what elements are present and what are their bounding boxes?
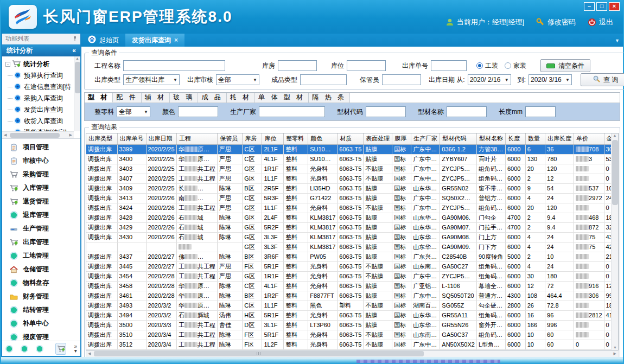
expander-icon[interactable]: - <box>5 62 10 67</box>
tab-close-icon[interactable]: × <box>174 36 178 44</box>
column-header-8[interactable]: 颜色 <box>308 133 338 144</box>
tree-root[interactable]: - 统计分析 <box>5 59 79 70</box>
table-row[interactable]: 调拨出库34452020/2/27工共工程严思F区5R1F整料光身料6063-T… <box>86 261 618 271</box>
column-header-17[interactable]: 出库长度 <box>545 133 574 144</box>
material-tab-2[interactable]: 辅 材 <box>142 93 170 103</box>
close-button[interactable]: × <box>609 2 620 11</box>
minimize-button[interactable]: – <box>584 2 595 11</box>
overflow-chevron-icon[interactable]: »▾ <box>74 344 77 353</box>
tab-home[interactable]: 起始页 <box>81 34 125 47</box>
radio-gongzhuang[interactable]: 工装 <box>476 61 498 71</box>
table-row[interactable]: G区3L3F整料KLM38176063-T5贴膜国标山东华…GA90M09.门下… <box>86 242 618 252</box>
table-row[interactable]: 调拨出库35102020/3/4工共工程陈琳F区5R1F整料光身料6063-T5… <box>86 330 618 340</box>
column-header-18[interactable]: 单价 <box>574 133 604 144</box>
tree-item-0[interactable]: 预算执行查询 <box>5 70 79 81</box>
column-header-6[interactable]: 库位 <box>262 133 284 144</box>
table-row[interactable]: 调拨出库34002020/2/25华原…严思C区4L1F整料SU10…6063-… <box>86 154 618 164</box>
tree-item-6[interactable]: 退库管理[待定 <box>5 138 79 139</box>
column-header-13[interactable]: 型材代码 <box>440 133 477 144</box>
date-to-select[interactable]: 2020/ 3/16▼ <box>529 74 572 85</box>
column-header-11[interactable]: 膜厚 <box>392 133 411 144</box>
tab-active[interactable]: 发货出库查询 × <box>125 34 184 47</box>
table-row[interactable]: 调拨出库34302020/2/26石城陈琳G区3L3F整料KLM38176063… <box>86 232 618 242</box>
table-row[interactable]: 调拨出库34242020/2/26工共工程严思G区1L1F整料光身料6063-T… <box>86 203 618 213</box>
location-input[interactable] <box>347 60 386 71</box>
column-header-15[interactable]: 长度 <box>505 133 525 144</box>
vertical-scrollbar[interactable]: ▲▼ <box>611 133 618 350</box>
sidebar-item-12[interactable]: 结转管理 <box>2 303 80 317</box>
tree-item-1[interactable]: 在途信息查询[待 <box>5 81 79 93</box>
table-row[interactable]: 调拨出库34292020/2/26石城陈琳G区5R2F整料KLM38176063… <box>86 222 618 232</box>
column-header-2[interactable]: 出库日期 <box>146 133 176 144</box>
column-header-0[interactable]: 出库类型 <box>86 133 117 144</box>
project-name-input[interactable] <box>123 60 225 71</box>
color-input[interactable] <box>178 106 218 117</box>
whole-part-select[interactable]: 全部▼ <box>117 106 150 117</box>
sidebar-item-3[interactable]: 入库管理 <box>2 181 80 195</box>
material-tab-4[interactable]: 成 品 <box>198 93 226 103</box>
sidebar-item-4[interactable]: 退货管理 <box>2 195 80 208</box>
cart-button[interactable] <box>55 343 66 355</box>
column-header-12[interactable]: 生产厂家 <box>411 133 440 144</box>
out-type-select[interactable]: 生产领料出库▼ <box>123 74 180 85</box>
order-no-input[interactable] <box>431 60 467 71</box>
column-header-9[interactable]: 材质 <box>338 133 364 144</box>
sidebar-item-9[interactable]: 仓储管理 <box>2 263 80 276</box>
table-row[interactable]: 调拨出库35002020/3/3工共工程曹佳D区3L1F整料LT3P606063… <box>86 320 618 330</box>
clear-conditions-button[interactable]: 清空条件 <box>540 59 590 72</box>
sidebar-item-8[interactable]: 工地管理 <box>2 249 80 263</box>
dot-icon[interactable] <box>5 345 13 353</box>
column-header-5[interactable]: 库房 <box>243 133 262 144</box>
sidebar-item-2[interactable]: 采购管理 <box>2 168 80 181</box>
maximize-button[interactable]: □ <box>596 2 607 11</box>
material-tab-1[interactable]: 配 件 <box>113 93 141 103</box>
column-header-7[interactable]: 整零料 <box>284 133 308 144</box>
tree-item-4[interactable]: 收货入库查询 <box>5 116 79 127</box>
sidebar-item-5[interactable]: 退库管理 <box>2 208 80 222</box>
sidebar-item-14[interactable]: 报废管理 <box>2 330 80 341</box>
tree-item-3[interactable]: 发货出库查询 <box>5 104 79 116</box>
sidebar-item-10[interactable]: 物料盘存 <box>2 276 80 290</box>
dot-icon[interactable] <box>21 345 28 353</box>
column-header-14[interactable]: 型材名称 <box>476 133 505 144</box>
table-row[interactable]: 调拨出库34132020/2/26南…严思C区5R3F整料G714226063-… <box>86 193 618 203</box>
table-row[interactable]: 调拨出库34932020/3/2华原…陈琳C区1L1F整料黑色塑料不贴膜国标湖南… <box>86 301 618 310</box>
sidebar-group-header[interactable]: 统计分析 « <box>2 44 80 56</box>
table-row[interactable]: 调拨出库34372020/2/27佛…陈琳B区3R6F整料PW056063-T5… <box>86 252 618 261</box>
table-row[interactable]: 调拨出库34072020/2/25工共工程严思G区1L1F整料光身料6063-T… <box>86 174 618 183</box>
table-row[interactable]: 调拨出库34282020/2/26石城陈琳G区2L4F整料KLM38176063… <box>86 213 618 222</box>
horizontal-scrollbar[interactable]: ◀ ▶ <box>86 350 619 357</box>
audit-select[interactable]: 全部▼ <box>216 74 259 85</box>
material-tab-5[interactable]: 耗 材 <box>227 93 255 103</box>
material-tab-7[interactable]: 隔 热 条 <box>309 93 350 103</box>
sidebar-item-6[interactable]: 生产管理 <box>2 222 80 235</box>
column-header-3[interactable]: 工程 <box>176 133 217 144</box>
radio-jiazhuang[interactable]: 家装 <box>505 61 526 71</box>
product-type-input[interactable] <box>300 74 347 85</box>
column-header-16[interactable]: 数量 <box>525 133 545 144</box>
date-from-select[interactable]: 2020/ 2/16▼ <box>468 74 511 85</box>
search-button[interactable]: 查 询 <box>581 73 624 86</box>
keeper-input[interactable] <box>382 74 421 85</box>
column-header-1[interactable]: 出库单号 <box>117 133 146 144</box>
tree-item-2[interactable]: 采购入库查询 <box>5 93 79 104</box>
pin-icon[interactable] <box>73 36 77 42</box>
maker-input[interactable] <box>259 106 325 117</box>
profile-name-input[interactable] <box>447 106 487 117</box>
table-row[interactable]: 调拨出库34612020/2/28华原…陈琳B区1R2F整料F8877FT606… <box>86 291 618 301</box>
tree-vertical-scrollbar[interactable]: ▲ <box>74 56 80 131</box>
column-header-10[interactable]: 表面处理 <box>364 133 392 144</box>
logout-button[interactable]: 退出 <box>588 17 613 27</box>
table-row[interactable]: 调拨出库35122020/3/4工共工程陈琳F区1L2F整料光身料6063-T5… <box>86 340 618 349</box>
sidebar-item-11[interactable]: 财务管理 <box>2 290 80 303</box>
dot-icon[interactable] <box>36 345 43 353</box>
profile-code-input[interactable] <box>366 106 406 117</box>
table-row[interactable]: 调拨出库34032020/2/25工共工程严思G区1R1F整料光身料6063-T… <box>86 164 618 174</box>
sidebar-item-7[interactable]: 出库管理 <box>2 235 80 249</box>
length-input[interactable] <box>525 106 556 117</box>
tabstrip-caret-icon[interactable]: ▼ <box>615 38 620 43</box>
material-tab-6[interactable]: 单 体 型 材 <box>255 93 309 103</box>
material-tab-0[interactable]: 型 材 <box>85 93 113 103</box>
warehouse-input[interactable] <box>278 60 317 71</box>
sidebar-item-0[interactable]: 项目管理 <box>2 141 80 154</box>
